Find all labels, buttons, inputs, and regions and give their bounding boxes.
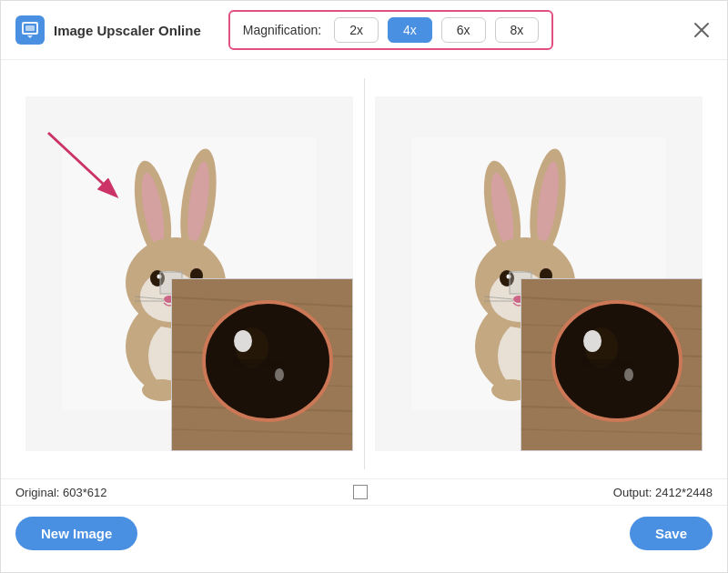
svg-rect-39 [231, 359, 286, 367]
svg-point-38 [275, 368, 284, 381]
mag-6x-button[interactable]: 6x [441, 17, 486, 43]
output-zoom-preview [521, 278, 703, 451]
svg-rect-71 [581, 359, 635, 367]
svg-point-69 [583, 330, 602, 352]
svg-marker-3 [27, 35, 33, 38]
app-logo [15, 15, 45, 45]
save-button[interactable]: Save [630, 517, 713, 550]
original-dimensions: Original: 603*612 [15, 486, 106, 499]
center-divider-icon [353, 485, 368, 499]
output-image-wrapper [375, 96, 703, 451]
footer: New Image Save [1, 505, 727, 561]
magnification-label: Magnification: [243, 23, 321, 37]
svg-point-37 [234, 330, 252, 352]
app-title: Image Upscaler Online [54, 23, 201, 38]
mag-8x-button[interactable]: 8x [495, 17, 540, 43]
main-content [1, 60, 727, 478]
svg-point-70 [624, 368, 633, 381]
mag-4x-button[interactable]: 4x [388, 17, 432, 43]
close-button[interactable] [691, 19, 713, 41]
original-zoom-preview [171, 278, 353, 451]
output-eye-closeup [521, 279, 703, 451]
output-dimensions: Output: 2412*2448 [613, 486, 713, 499]
original-eye-closeup [172, 279, 353, 451]
original-image-wrapper [25, 96, 353, 451]
info-bar: Original: 603*612 Output: 2412*2448 [1, 478, 727, 505]
output-image-panel [365, 78, 713, 469]
svg-rect-2 [25, 25, 35, 31]
new-image-button[interactable]: New Image [15, 517, 137, 550]
original-image-panel [15, 78, 364, 469]
magnification-bar: Magnification: 2x 4x 6x 8x [228, 10, 554, 50]
app-header: Image Upscaler Online Magnification: 2x … [1, 1, 727, 60]
mag-2x-button[interactable]: 2x [334, 17, 379, 43]
